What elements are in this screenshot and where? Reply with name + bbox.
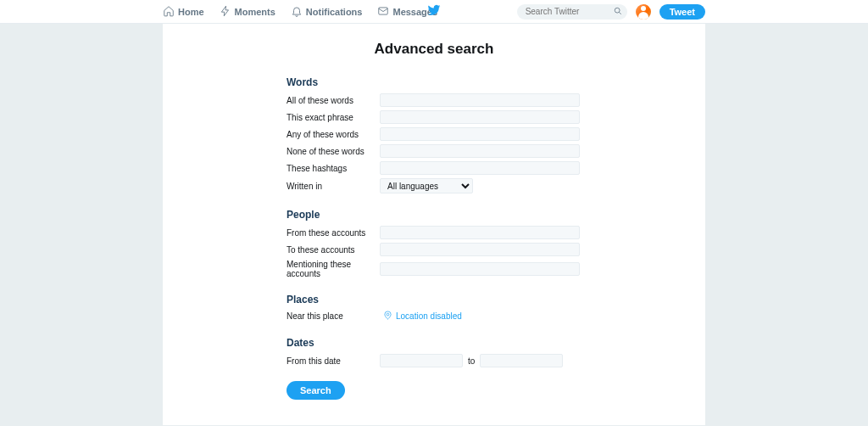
label-hashtags: These hashtags xyxy=(287,164,380,173)
nav-home[interactable]: Home xyxy=(163,5,204,19)
home-icon xyxy=(163,5,175,19)
date-separator: to xyxy=(468,356,475,366)
label-from-date: From this date xyxy=(287,356,380,366)
search-button[interactable]: Search xyxy=(287,381,345,400)
nav-right-group: Tweet xyxy=(517,4,705,20)
section-people-title: People xyxy=(287,204,705,224)
input-exact-phrase[interactable] xyxy=(380,110,580,124)
input-date-to[interactable] xyxy=(480,354,563,367)
label-any-words: Any of these words xyxy=(287,130,380,139)
row-exact-phrase: This exact phrase xyxy=(287,109,705,126)
row-from-accounts: From these accounts xyxy=(287,224,705,241)
envelope-icon xyxy=(377,5,389,19)
label-from-accounts: From these accounts xyxy=(287,228,380,238)
tweet-button[interactable]: Tweet xyxy=(659,4,705,20)
input-mentioning[interactable] xyxy=(380,262,580,276)
lightning-icon xyxy=(220,5,231,19)
label-near-place: Near this place xyxy=(287,311,380,321)
row-to-accounts: To these accounts xyxy=(287,241,705,258)
svg-rect-0 xyxy=(379,7,388,14)
nav-notifications-label: Notifications xyxy=(306,7,363,17)
row-from-date: From this date to xyxy=(287,352,705,369)
location-disabled-text: Location disabled xyxy=(396,311,462,321)
label-exact-phrase: This exact phrase xyxy=(287,113,380,122)
row-none-words: None of these words xyxy=(287,143,705,160)
nav-moments[interactable]: Moments xyxy=(220,5,275,19)
label-all-words: All of these words xyxy=(287,96,380,105)
bell-icon xyxy=(291,5,303,19)
row-all-words: All of these words xyxy=(287,92,705,109)
page-title: Advanced search xyxy=(163,41,705,58)
row-any-words: Any of these words xyxy=(287,126,705,143)
global-search xyxy=(517,4,627,20)
label-to-accounts: To these accounts xyxy=(287,245,380,255)
twitter-logo[interactable] xyxy=(427,3,441,20)
input-none-words[interactable] xyxy=(380,144,580,158)
input-all-words[interactable] xyxy=(380,93,580,107)
input-date-from[interactable] xyxy=(380,354,463,367)
section-words-title: Words xyxy=(287,71,705,92)
input-from-accounts[interactable] xyxy=(380,226,580,239)
nav-left-group: Home Moments Notifications Messages xyxy=(163,5,437,19)
top-navigation-bar: Home Moments Notifications Messages xyxy=(0,0,868,24)
label-mentioning: Mentioning these accounts xyxy=(287,260,380,278)
section-dates-title: Dates xyxy=(287,332,705,352)
svg-point-1 xyxy=(615,8,620,13)
main-content: Advanced search Words All of these words… xyxy=(163,24,705,425)
nav-moments-label: Moments xyxy=(235,7,275,17)
label-written-in: Written in xyxy=(287,182,380,191)
row-language: Written in All languages xyxy=(287,177,705,195)
advanced-search-form: Words All of these words This exact phra… xyxy=(163,71,705,400)
input-to-accounts[interactable] xyxy=(380,243,580,256)
twitter-bird-icon xyxy=(427,3,441,20)
location-disabled-link[interactable]: Location disabled xyxy=(380,311,462,322)
section-places-title: Places xyxy=(287,289,705,309)
nav-notifications[interactable]: Notifications xyxy=(291,5,363,19)
label-none-words: None of these words xyxy=(287,147,380,156)
row-hashtags: These hashtags xyxy=(287,160,705,177)
svg-point-2 xyxy=(387,313,389,316)
input-hashtags[interactable] xyxy=(380,161,580,175)
avatar[interactable] xyxy=(636,4,651,20)
nav-home-label: Home xyxy=(178,7,204,17)
row-mentioning: Mentioning these accounts xyxy=(287,258,705,280)
search-icon[interactable] xyxy=(614,6,622,18)
row-near-place: Near this place Location disabled xyxy=(287,309,705,323)
input-any-words[interactable] xyxy=(380,127,580,141)
search-input[interactable] xyxy=(517,4,627,20)
select-language[interactable]: All languages xyxy=(380,178,473,193)
location-pin-icon xyxy=(383,311,392,322)
